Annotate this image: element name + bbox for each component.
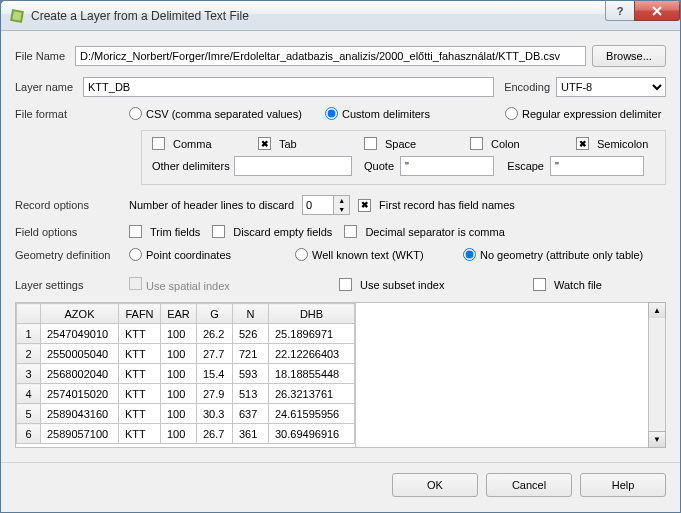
table-cell: 100 — [161, 424, 197, 444]
scroll-down-icon[interactable]: ▼ — [648, 431, 666, 448]
table-cell: 30.69496916 — [269, 424, 355, 444]
table-cell: 2547049010 — [41, 324, 119, 344]
check-comma[interactable]: Comma — [152, 137, 258, 150]
col-header[interactable]: EAR — [161, 304, 197, 324]
check-trim-fields[interactable]: Trim fields — [129, 225, 200, 238]
table-cell: 526 — [233, 324, 269, 344]
table-cell: 637 — [233, 404, 269, 424]
table-cell: 26.2 — [197, 324, 233, 344]
table-cell: 721 — [233, 344, 269, 364]
check-subset-index[interactable]: Use subset index — [339, 278, 533, 291]
table-scrollbar[interactable]: ▲ ▼ — [648, 303, 665, 447]
col-header[interactable]: AZOK — [41, 304, 119, 324]
check-empty-label: Discard empty fields — [233, 226, 332, 238]
radio-custom[interactable]: Custom delimiters — [325, 107, 505, 120]
file-format-label: File format — [15, 108, 129, 120]
discard-lines-spinner[interactable]: ▲▼ — [302, 195, 350, 215]
table-cell: 100 — [161, 384, 197, 404]
field-options-label: Field options — [15, 226, 129, 238]
check-decimal-comma[interactable]: Decimal separator is comma — [344, 225, 504, 238]
radio-wkt-label: Well known text (WKT) — [312, 249, 424, 261]
radio-wkt[interactable]: Well known text (WKT) — [295, 248, 463, 261]
check-spatial-index: Use spatial index — [129, 277, 339, 292]
check-spatial-label: Use spatial index — [146, 280, 230, 292]
table-row[interactable]: 52589043160KTT10030.363724.61595956 — [17, 404, 355, 424]
ok-button[interactable]: OK — [392, 473, 478, 497]
table-cell: 27.7 — [197, 344, 233, 364]
quote-input[interactable] — [400, 156, 494, 176]
table-row[interactable]: 42574015020KTT10027.951326.3213761 — [17, 384, 355, 404]
check-semicolon-label: Semicolon — [597, 138, 648, 150]
spinner-down-icon[interactable]: ▼ — [334, 205, 349, 214]
radio-no-geometry[interactable]: No geometry (attribute only table) — [463, 248, 643, 261]
other-delim-input[interactable] — [234, 156, 352, 176]
col-header[interactable]: N — [233, 304, 269, 324]
table-cell: 100 — [161, 344, 197, 364]
layer-name-label: Layer name — [15, 81, 83, 93]
escape-input[interactable] — [550, 156, 644, 176]
check-tab[interactable]: Tab — [258, 137, 364, 150]
table-cell: KTT — [119, 404, 161, 424]
col-header[interactable]: FAFN — [119, 304, 161, 324]
table-cell: 2574015020 — [41, 384, 119, 404]
spinner-up-icon[interactable]: ▲ — [334, 196, 349, 205]
table-cell: 2568002040 — [41, 364, 119, 384]
encoding-select[interactable]: UTF-8 — [556, 77, 666, 97]
table-cell: 30.3 — [197, 404, 233, 424]
table-cell: 100 — [161, 364, 197, 384]
radio-csv-label: CSV (comma separated values) — [146, 108, 302, 120]
browse-button[interactable]: Browse... — [592, 45, 666, 67]
table-cell: KTT — [119, 344, 161, 364]
radio-point-coords[interactable]: Point coordinates — [129, 248, 295, 261]
radio-regex-label: Regular expression delimiter — [522, 108, 661, 120]
table-row[interactable]: 12547049010KTT10026.252625.1896971 — [17, 324, 355, 344]
check-colon-label: Colon — [491, 138, 520, 150]
table-row[interactable]: 62589057100KTT10026.736130.69496916 — [17, 424, 355, 444]
file-name-label: File Name — [15, 50, 75, 62]
check-comma-label: Comma — [173, 138, 212, 150]
preview-table: AZOKFAFNEARGNDHB12547049010KTT10026.2526… — [15, 302, 666, 448]
radio-regex[interactable]: Regular expression delimiter — [505, 107, 661, 120]
col-header[interactable]: G — [197, 304, 233, 324]
table-cell: 2550005040 — [41, 344, 119, 364]
check-trim-label: Trim fields — [150, 226, 200, 238]
check-decimal-label: Decimal separator is comma — [365, 226, 504, 238]
cancel-button[interactable]: Cancel — [486, 473, 572, 497]
col-header[interactable]: DHB — [269, 304, 355, 324]
check-watch-file[interactable]: Watch file — [533, 278, 602, 291]
file-name-input[interactable] — [75, 46, 586, 66]
table-cell: 24.61595956 — [269, 404, 355, 424]
layer-settings-label: Layer settings — [15, 279, 129, 291]
check-watch-label: Watch file — [554, 279, 602, 291]
scroll-up-icon[interactable]: ▲ — [648, 302, 666, 319]
table-row[interactable]: 32568002040KTT10015.459318.18855448 — [17, 364, 355, 384]
check-semicolon[interactable]: Semicolon — [576, 137, 648, 150]
table-cell: 25.1896971 — [269, 324, 355, 344]
table-cell: 100 — [161, 324, 197, 344]
table-cell: 26.7 — [197, 424, 233, 444]
geometry-def-label: Geometry definition — [15, 249, 129, 261]
close-window-button[interactable] — [634, 1, 680, 21]
check-first-record-names[interactable]: First record has field names — [358, 199, 515, 212]
radio-csv[interactable]: CSV (comma separated values) — [129, 107, 325, 120]
radio-nogeo-label: No geometry (attribute only table) — [480, 249, 643, 261]
radio-point-label: Point coordinates — [146, 249, 231, 261]
table-row[interactable]: 22550005040KTT10027.772122.12266403 — [17, 344, 355, 364]
discard-lines-value[interactable] — [303, 196, 333, 214]
layer-name-input[interactable] — [83, 77, 494, 97]
check-space[interactable]: Space — [364, 137, 470, 150]
check-colon[interactable]: Colon — [470, 137, 576, 150]
check-discard-empty[interactable]: Discard empty fields — [212, 225, 332, 238]
encoding-label: Encoding — [504, 81, 550, 93]
svg-rect-1 — [12, 11, 21, 20]
table-cell: 100 — [161, 404, 197, 424]
help-window-button[interactable]: ? — [605, 1, 635, 21]
titlebar[interactable]: Create a Layer from a Delimited Text Fil… — [1, 1, 680, 31]
record-options-label: Record options — [15, 199, 129, 211]
help-button[interactable]: Help — [580, 473, 666, 497]
delimiter-box: Comma Tab Space Colon Semicolon Other de… — [141, 130, 666, 185]
other-delim-label: Other delimiters — [152, 160, 234, 172]
escape-label: Escape — [494, 160, 544, 172]
quote-label: Quote — [352, 160, 394, 172]
table-cell: KTT — [119, 324, 161, 344]
